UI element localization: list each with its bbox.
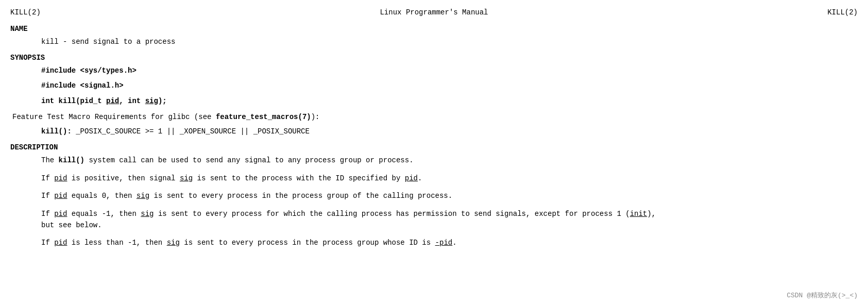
manual-header: KILL(2) Linux Programmer's Manual KILL(2… xyxy=(10,8,858,16)
description-section: DESCRIPTION The kill() system call can b… xyxy=(10,143,858,248)
para5-negpid: -pid xyxy=(435,239,453,247)
desc-para4: If pid equals -1, then sig is sent to ev… xyxy=(10,208,858,231)
para2-pre: If xyxy=(41,174,54,182)
kill-req-text: _POSIX_C_SOURCE >= 1 || _XOPEN_SOURCE ||… xyxy=(72,127,310,136)
prototype-bold: int kill(pid_t xyxy=(41,97,106,105)
para4-end: is sent to every process for which the c… xyxy=(154,210,629,218)
prototype-mid: , int xyxy=(119,97,145,105)
para4-end2: ), xyxy=(647,210,656,218)
para5-pid1: pid xyxy=(54,239,67,247)
prototype: int kill(pid_t pid, int sig); xyxy=(10,95,858,107)
para2-dot: . xyxy=(418,174,422,182)
synopsis-section: SYNOPSIS #include <sys/types.h> #include… xyxy=(10,54,858,137)
para4-pid1: pid xyxy=(54,210,67,218)
para2-sig1: sig xyxy=(180,174,193,182)
para5-sig1: sig xyxy=(167,239,180,247)
prototype-pid: pid xyxy=(106,97,119,105)
desc-para5: If pid is less than -1, then sig is sent… xyxy=(10,237,858,248)
para4-line1: If pid equals -1, then sig is sent to ev… xyxy=(41,208,858,219)
desc-para2: If pid is positive, then signal sig is s… xyxy=(10,173,858,184)
para1-text: The kill() system call can be used to se… xyxy=(41,156,414,164)
para4-init: init xyxy=(630,210,648,218)
name-section: NAME kill - send signal to a process xyxy=(10,25,858,47)
para3-pre: If xyxy=(41,192,54,200)
feature-link: feature_test_macros(7) xyxy=(216,113,311,121)
para4-mid: equals -1, then xyxy=(67,210,141,218)
para5-dot: . xyxy=(452,239,456,247)
synopsis-title: SYNOPSIS xyxy=(10,54,858,62)
para5-pre: If xyxy=(41,239,54,247)
include2: #include <signal.h> xyxy=(10,80,858,91)
para2-end: is sent to the process with the ID speci… xyxy=(193,174,405,182)
para2-pid1: pid xyxy=(54,174,67,182)
para3-pid1: pid xyxy=(54,192,67,200)
description-title: DESCRIPTION xyxy=(10,143,858,151)
prototype-sig: sig xyxy=(145,97,158,105)
para4-pre: If xyxy=(41,210,54,218)
header-center: Linux Programmer's Manual xyxy=(380,8,488,16)
para2-mid: is positive, then signal xyxy=(67,174,179,182)
desc-para1: The kill() system call can be used to se… xyxy=(10,155,858,166)
kill-req: kill(): _POSIX_C_SOURCE >= 1 || _XOPEN_S… xyxy=(10,126,858,137)
para3-sig1: sig xyxy=(137,192,149,200)
para3-end: is sent to every process in the process … xyxy=(149,192,452,200)
feature-label: Feature Test Macro Requirements for glib… xyxy=(12,113,216,121)
para4-but: but see below. xyxy=(41,221,102,229)
desc-para3: If pid equals 0, then sig is sent to eve… xyxy=(10,190,858,201)
feature-end: ): xyxy=(311,113,320,121)
watermark: CSDN @精致的灰(>_<) xyxy=(787,291,858,300)
kill-req-bold: kill(): xyxy=(41,127,72,136)
name-title: NAME xyxy=(10,25,858,33)
para2-pid2: pid xyxy=(405,174,418,182)
feature-line: Feature Test Macro Requirements for glib… xyxy=(10,111,858,123)
para4-sig1: sig xyxy=(141,210,154,218)
para5-end: is sent to every process in the process … xyxy=(180,239,435,247)
name-content: kill - send signal to a process xyxy=(10,36,858,47)
header-right: KILL(2) xyxy=(827,8,858,16)
para3-mid: equals 0, then xyxy=(67,192,136,200)
para5-mid: is less than -1, then xyxy=(67,239,166,247)
para4-line2: but see below. xyxy=(41,219,858,231)
header-left: KILL(2) xyxy=(10,8,41,16)
include1: #include <sys/types.h> xyxy=(10,65,858,76)
prototype-end: ); xyxy=(158,97,167,105)
